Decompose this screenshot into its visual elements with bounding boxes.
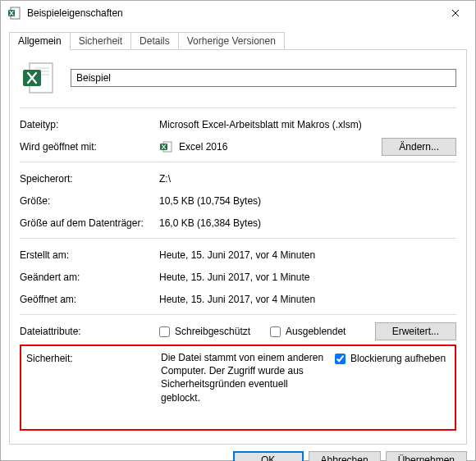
value-modified: Heute, 15. Juni 2017, vor 1 Minute: [159, 272, 456, 283]
header-row: [20, 60, 456, 96]
checkbox-unblock-input[interactable]: [335, 354, 346, 364]
label-security: Sicherheit:: [26, 351, 161, 404]
tab-strip: Allgemein Sicherheit Details Vorherige V…: [9, 32, 467, 50]
checkbox-hidden-label: Ausgeblendet: [286, 326, 346, 337]
label-size-on-disk: Größe auf dem Datenträger:: [20, 217, 159, 229]
checkbox-readonly-input[interactable]: [159, 326, 170, 337]
value-created: Heute, 15. Juni 2017, vor 4 Minuten: [159, 249, 456, 261]
checkbox-unblock[interactable]: Blockierung aufheben: [335, 353, 446, 364]
label-accessed: Geöffnet am:: [20, 294, 159, 305]
value-size-on-disk: 16,0 KB (16,384 Bytes): [159, 217, 456, 229]
filename-input[interactable]: [71, 69, 456, 87]
close-icon: [451, 9, 460, 17]
advanced-button[interactable]: Erweitert...: [375, 322, 456, 340]
separator: [20, 107, 456, 108]
tab-details[interactable]: Details: [130, 32, 179, 50]
row-size-on-disk: Größe auf dem Datenträger: 16,0 KB (16,3…: [20, 213, 456, 233]
row-modified: Geändert am: Heute, 15. Juni 2017, vor 1…: [20, 267, 456, 287]
value-filetype: Microsoft Excel-Arbeitsblatt mit Makros …: [159, 119, 456, 130]
titlebar: Beispieleigenschaften: [1, 1, 475, 25]
dialog-buttons: OK Abbrechen Übernehmen: [9, 445, 467, 461]
label-location: Speicherort:: [20, 173, 159, 185]
row-attributes: Dateiattribute: Schreibgeschützt Ausgebl…: [20, 322, 456, 341]
label-attributes: Dateiattribute:: [20, 326, 159, 337]
value-opens-with: Excel 2016: [159, 140, 375, 153]
separator: [20, 314, 456, 315]
client-area: Allgemein Sicherheit Details Vorherige V…: [1, 25, 475, 461]
separator: [20, 162, 456, 162]
cancel-button[interactable]: Abbrechen: [309, 451, 381, 461]
checkbox-unblock-label: Blockierung aufheben: [350, 353, 446, 364]
tab-previous-versions[interactable]: Vorherige Versionen: [178, 32, 285, 50]
checkbox-hidden[interactable]: Ausgeblendet: [270, 326, 346, 337]
ok-button[interactable]: OK: [233, 451, 304, 461]
attributes-group: Schreibgeschützt Ausgeblendet: [159, 326, 368, 337]
excel-app-icon: [159, 140, 172, 153]
change-button[interactable]: Ändern...: [382, 138, 456, 156]
row-location: Speicherort: Z:\: [20, 169, 456, 189]
security-description: Die Datei stammt von einem anderen Compu…: [161, 351, 335, 404]
value-accessed: Heute, 15. Juni 2017, vor 4 Minuten: [159, 294, 456, 305]
value-size: 10,5 KB (10,754 Bytes): [159, 195, 456, 207]
excel-file-large-icon: [20, 60, 56, 96]
value-location: Z:\: [159, 173, 456, 185]
security-action: Blockierung aufheben: [335, 351, 450, 404]
label-filetype: Dateityp:: [20, 119, 159, 130]
checkbox-readonly[interactable]: Schreibgeschützt: [159, 326, 250, 337]
tab-general[interactable]: Allgemein: [9, 32, 71, 50]
label-opens-with: Wird geöffnet mit:: [20, 141, 159, 153]
row-accessed: Geöffnet am: Heute, 15. Juni 2017, vor 4…: [20, 290, 456, 309]
checkbox-hidden-input[interactable]: [270, 326, 281, 337]
row-opens-with: Wird geöffnet mit: Excel 2016 Ändern...: [20, 137, 456, 157]
row-size: Größe: 10,5 KB (10,754 Bytes): [20, 191, 456, 211]
separator: [20, 238, 456, 239]
properties-dialog: Beispieleigenschaften Allgemein Sicherhe…: [0, 0, 476, 461]
row-filetype: Dateityp: Microsoft Excel-Arbeitsblatt m…: [20, 115, 456, 135]
tabpage-general: Dateityp: Microsoft Excel-Arbeitsblatt m…: [9, 49, 467, 445]
opens-with-app-name: Excel 2016: [179, 141, 227, 153]
apply-button[interactable]: Übernehmen: [386, 451, 467, 461]
checkbox-readonly-label: Schreibgeschützt: [175, 326, 250, 337]
label-created: Erstellt am:: [20, 249, 159, 261]
excel-file-icon: [7, 7, 21, 20]
window-title: Beispieleigenschaften: [27, 7, 437, 19]
row-created: Erstellt am: Heute, 15. Juni 2017, vor 4…: [20, 245, 456, 265]
close-button[interactable]: [437, 1, 474, 25]
label-modified: Geändert am:: [20, 272, 159, 283]
security-section: Sicherheit: Die Datei stammt von einem a…: [20, 345, 456, 431]
tab-security[interactable]: Sicherheit: [70, 32, 131, 50]
label-size: Größe:: [20, 195, 159, 207]
